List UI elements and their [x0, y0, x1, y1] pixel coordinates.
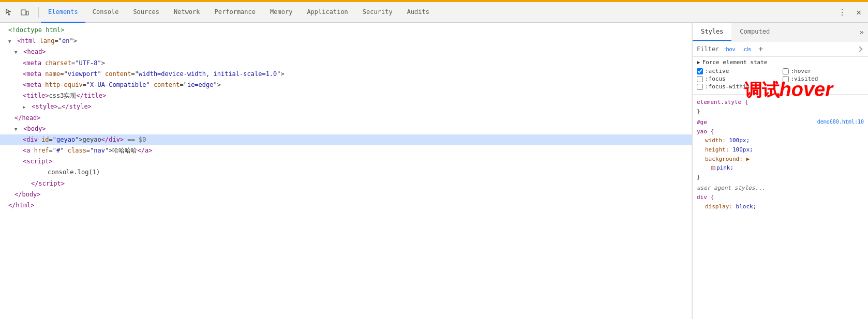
triangle-style[interactable]: ▶: [23, 103, 28, 111]
tab-security[interactable]: Security: [355, 2, 400, 23]
tab-performance[interactable]: Performance: [207, 2, 263, 23]
user-agent-rule: user agent styles... div { display: bloc…: [693, 183, 868, 212]
geyao-rule-close: }: [697, 174, 700, 180]
force-hover-item: :hover: [783, 68, 864, 74]
tab-sources[interactable]: Sources: [126, 2, 167, 23]
right-panel-tabs: Styles Computed »: [693, 23, 868, 41]
force-cls-button[interactable]: .cls: [740, 45, 753, 53]
geyao-selector-suffix: yao {: [697, 128, 714, 135]
force-state-label: Force element state: [702, 59, 768, 66]
html-lang-value: en: [62, 37, 69, 44]
width-prop: width: 100px;: [697, 137, 750, 144]
dom-line-body-close[interactable]: </body>: [0, 189, 692, 200]
force-hover-button[interactable]: :hov: [722, 45, 737, 53]
dom-panel: <!doctype html> ▼ <html lang="en"> ▼ <he…: [0, 23, 692, 319]
force-focus-label: :focus: [705, 75, 726, 82]
tab-styles[interactable]: Styles: [693, 23, 731, 41]
toolbar-right: ⋮ ✕: [835, 5, 866, 20]
dom-line-meta-compat[interactable]: <meta http-equiv="X-UA-Compatible" conte…: [0, 80, 692, 90]
filter-label: Filter: [697, 45, 719, 53]
tab-audits[interactable]: Audits: [400, 2, 437, 23]
display-prop: display: block;: [697, 203, 756, 210]
tab-list: Elements Console Sources Network Perform…: [41, 2, 835, 23]
meta-charset-tag: <meta: [23, 59, 45, 67]
head-tag: <head>: [23, 48, 46, 55]
select-element-icon[interactable]: [2, 5, 17, 20]
doctype-text: <!doctype html>: [8, 26, 64, 34]
dom-line-doctype[interactable]: <!doctype html>: [0, 25, 692, 36]
force-focus-item: :focus: [697, 75, 779, 82]
expand-tabs-icon[interactable]: »: [856, 23, 868, 41]
styles-content: element.style { } #gedemo680.html:10 yao…: [693, 95, 868, 319]
force-focus-within-checkbox[interactable]: [697, 84, 703, 90]
dom-line-html-close[interactable]: </html>: [0, 200, 692, 211]
scroll-indicator-icon: [857, 46, 862, 52]
tab-computed[interactable]: Computed: [731, 23, 778, 41]
html-tag: <html: [17, 37, 39, 44]
force-focus-within-label: :focus-within: [705, 83, 750, 90]
device-toolbar-icon[interactable]: [18, 5, 32, 20]
div-selector: div {: [697, 194, 714, 201]
force-active-checkbox[interactable]: [697, 68, 703, 74]
force-visited-item: :visited: [783, 75, 864, 82]
add-style-rule-button[interactable]: +: [756, 44, 766, 54]
dom-line-title[interactable]: <title>css3实现</title>: [0, 90, 692, 101]
element-style-rule: element.style { }: [693, 97, 868, 117]
dom-line-html[interactable]: ▼ <html lang="en">: [0, 36, 692, 47]
html-lang-attr: lang: [40, 37, 55, 44]
geyao-rule: #gedemo680.html:10 yao { width: 100px; h…: [693, 117, 868, 183]
filter-bar: Filter :hov .cls +: [693, 41, 868, 57]
dom-line-anchor[interactable]: <a href="#" class="nav">哈哈哈哈</a>: [0, 145, 692, 156]
dom-line-meta-charset[interactable]: <meta charset="UTF-8">: [0, 58, 692, 69]
geyao-source[interactable]: demo680.html:10: [817, 118, 864, 126]
force-state-grid: :active :hover :focus :visited :focus-wi…: [697, 66, 864, 92]
force-state-triangle: ▶: [697, 59, 700, 66]
close-devtools-icon[interactable]: ✕: [851, 5, 866, 20]
dom-line-head-close[interactable]: </head>: [0, 113, 692, 124]
dom-line-console-log[interactable]: console.log(1): [0, 167, 692, 178]
force-visited-label: :visited: [791, 75, 818, 82]
tab-application[interactable]: Application: [300, 2, 355, 23]
toolbar-icons: [2, 5, 32, 20]
element-style-selector: element.style {: [697, 99, 748, 105]
force-hover-label: :hover: [791, 68, 812, 74]
dom-line-script[interactable]: <script>: [0, 156, 692, 167]
triangle-html[interactable]: ▼: [8, 38, 13, 45]
geyao-selector-prefix: #ge: [697, 119, 707, 126]
tab-memory[interactable]: Memory: [263, 2, 300, 23]
force-focus-within-item: :focus-within: [697, 83, 779, 90]
force-active-item: :active: [697, 68, 779, 74]
force-visited-checkbox[interactable]: [783, 76, 789, 82]
html-close: ">: [69, 37, 77, 44]
main-content: <!doctype html> ▼ <html lang="en"> ▼ <he…: [0, 23, 868, 319]
pink-swatch: [711, 166, 715, 170]
dom-line-head[interactable]: ▼ <head>: [0, 47, 692, 57]
triangle-body[interactable]: ▼: [14, 126, 20, 133]
dom-line-style[interactable]: ▶ <style>…</style>: [0, 101, 692, 112]
svg-rect-1: [26, 11, 28, 15]
triangle-head[interactable]: ▼: [14, 49, 20, 56]
html-equals: =": [55, 37, 62, 44]
dom-line-script-close[interactable]: </script>: [0, 178, 692, 189]
tab-console[interactable]: Console: [85, 2, 126, 23]
toolbar-divider: [38, 7, 39, 18]
element-style-close: }: [697, 108, 700, 115]
more-options-icon[interactable]: ⋮: [835, 5, 849, 20]
dom-line-meta-viewport[interactable]: <meta name="viewport" content="width=dev…: [0, 69, 692, 80]
dom-line-body[interactable]: ▼ <body>: [0, 124, 692, 134]
user-agent-label: user agent styles...: [697, 185, 765, 191]
svg-rect-0: [21, 10, 26, 15]
devtools-toolbar: Elements Console Sources Network Perform…: [0, 2, 868, 23]
dom-line-div-geyao[interactable]: <div id="geyao">geyao</div> == $0: [0, 134, 692, 145]
tab-elements[interactable]: Elements: [41, 2, 85, 23]
background-value: pink;: [697, 164, 734, 171]
force-focus-checkbox[interactable]: [697, 76, 703, 82]
force-hover-checkbox[interactable]: [783, 68, 789, 74]
background-prop: background: ▶: [697, 156, 750, 162]
height-prop: height: 100px;: [697, 146, 753, 153]
force-state-header[interactable]: ▶ Force element state: [697, 59, 864, 66]
force-element-state-section: ▶ Force element state :active :hover :fo…: [693, 57, 868, 95]
tab-network[interactable]: Network: [167, 2, 207, 23]
force-active-label: :active: [705, 68, 729, 74]
right-panel: 调试hover Styles Computed » Filter :hov .c…: [692, 23, 868, 319]
